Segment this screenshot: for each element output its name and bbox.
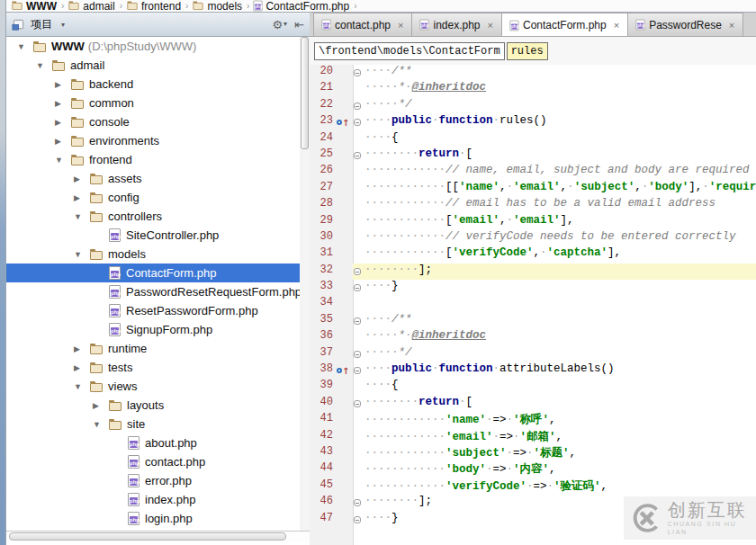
scrollbar-thumb[interactable] <box>301 37 309 149</box>
tree-item-site[interactable]: ▼site <box>6 415 300 433</box>
code-line-31[interactable]: 31············['verifyCode',·'captcha'], <box>310 246 756 263</box>
fold-marker-icon[interactable] <box>354 400 361 407</box>
tree-item-sitecontroller-php[interactable]: phpSiteController.php <box>6 226 300 245</box>
tab-passwordrese[interactable]: phpPasswordRese× <box>627 13 743 36</box>
code-line-44[interactable]: 44············'body'·=>·'内容', <box>310 461 756 478</box>
override-method-icon[interactable]: ↑ <box>337 366 349 376</box>
tree-item-backend[interactable]: ▶backend <box>6 75 300 94</box>
code-line-35[interactable]: 35····/** <box>310 313 756 329</box>
code-line-32[interactable]: 32········]; <box>310 264 756 280</box>
collapse-arrow-icon[interactable]: ▼ <box>55 156 71 165</box>
breadcrumb-item-admail[interactable]: admail <box>68 0 114 13</box>
fold-marker-icon[interactable] <box>354 367 361 374</box>
fold-marker-icon[interactable] <box>354 152 361 159</box>
code-line-34[interactable]: 34 <box>310 296 756 312</box>
code-line-23[interactable]: 23↑····public·function·rules() <box>310 114 756 130</box>
tree-item-views[interactable]: ▼views <box>6 377 300 396</box>
tree-item-console[interactable]: ▶console <box>6 112 300 131</box>
vertical-scrollbar[interactable] <box>300 37 310 531</box>
expand-arrow-icon[interactable]: ▶ <box>74 174 90 183</box>
fold-marker-icon[interactable] <box>354 284 361 291</box>
code-line-22[interactable]: 22·····*/ <box>310 98 756 114</box>
chevron-down-icon[interactable]: ▾ <box>61 21 65 29</box>
fold-marker-icon[interactable] <box>354 69 361 76</box>
tree-item-contact-php[interactable]: phpcontact.php <box>6 452 300 471</box>
tree-item-passwordresetrequestform-php[interactable]: phpPasswordResetRequestForm.php <box>6 282 300 301</box>
code-line-30[interactable]: 30············// verifyCode needs to be … <box>310 230 756 246</box>
code-line-24[interactable]: 24····{ <box>310 131 756 147</box>
breadcrumb-item-models[interactable]: models <box>193 0 242 13</box>
tree-item-contactform-php[interactable]: phpContactForm.php <box>6 264 300 282</box>
fold-marker-icon[interactable] <box>354 317 361 325</box>
expand-arrow-icon[interactable]: ▶ <box>93 401 109 410</box>
code-line-40[interactable]: 40········return·[ <box>310 396 756 412</box>
gear-icon[interactable]: ⚙▾ <box>272 19 287 31</box>
code-line-28[interactable]: 28············// email has to be a valid… <box>310 197 756 213</box>
code-line-38[interactable]: 38↑····public·function·attributeLabels() <box>310 362 756 379</box>
code-line-21[interactable]: 21·····*·@inheritdoc <box>310 81 756 97</box>
tree-item-common[interactable]: ▶common <box>6 94 300 112</box>
collapse-arrow-icon[interactable]: ▼ <box>36 61 52 70</box>
expand-arrow-icon[interactable]: ▶ <box>55 118 71 127</box>
code-line-33[interactable]: 33····} <box>310 280 756 296</box>
tree-item-models[interactable]: ▼models <box>6 245 300 264</box>
close-tab-icon[interactable]: × <box>488 20 493 31</box>
fold-marker-icon[interactable] <box>354 351 361 358</box>
tab-index-php[interactable]: phpindex.php× <box>411 13 501 36</box>
close-tab-icon[interactable]: × <box>729 20 734 31</box>
fold-marker-icon[interactable] <box>354 119 361 126</box>
code-line-43[interactable]: 43············'subject'·=>·'标题', <box>310 445 756 461</box>
tree-item-admail[interactable]: ▼admail <box>6 56 300 75</box>
tree-item-www[interactable]: ▼WWW (D:\phpStudy\WWW) <box>6 37 300 56</box>
code-line-29[interactable]: 29············['email',·'email'], <box>310 214 756 230</box>
tab-contact-php[interactable]: phpcontact.php× <box>313 13 412 36</box>
close-tab-icon[interactable]: × <box>398 20 403 31</box>
tab-contactform-php[interactable]: phpContactForm.php× <box>501 13 628 37</box>
fold-marker-icon[interactable] <box>354 499 361 506</box>
tree-item-layouts[interactable]: ▶layouts <box>6 396 300 415</box>
expand-arrow-icon[interactable]: ▶ <box>55 137 71 146</box>
horizontal-scrollbar[interactable] <box>6 531 310 541</box>
collapse-arrow-icon[interactable]: ▼ <box>93 420 109 429</box>
expand-arrow-icon[interactable]: ▶ <box>74 344 90 353</box>
code-line-25[interactable]: 25········return·[ <box>310 147 756 164</box>
close-tab-icon[interactable]: × <box>614 20 619 31</box>
expand-arrow-icon[interactable]: ▶ <box>74 363 90 372</box>
tree-item-signupform-php[interactable]: phpSignupForm.php <box>6 320 300 339</box>
tree-item-config[interactable]: ▶config <box>6 188 300 207</box>
hide-panel-icon[interactable]: ⇤ <box>294 19 304 31</box>
tree-item-tests[interactable]: ▶tests <box>6 358 300 377</box>
code-line-27[interactable]: 27············[['name',·'email',·'subjec… <box>310 181 756 197</box>
code-line-42[interactable]: 42············'email'·=>·'邮箱', <box>310 429 756 445</box>
tree-item-controllers[interactable]: ▼controllers <box>6 207 300 226</box>
code-line-36[interactable]: 36·····*·@inheritdoc <box>310 329 756 345</box>
tree-item-index-php[interactable]: phpindex.php <box>6 490 300 509</box>
code-line-39[interactable]: 39····{ <box>310 379 756 395</box>
code-line-41[interactable]: 41············'name'·=>·'称呼', <box>310 412 756 428</box>
scrollbar-thumb[interactable] <box>9 532 286 541</box>
fold-marker-icon[interactable] <box>354 516 361 523</box>
code-line-20[interactable]: 20····/** <box>310 65 756 81</box>
collapse-arrow-icon[interactable]: ▼ <box>17 42 33 51</box>
code-line-45[interactable]: 45············'verifyCode'·=>·'验证码', <box>310 478 756 495</box>
collapse-arrow-icon[interactable]: ▼ <box>74 250 90 259</box>
breadcrumb-item-www[interactable]: WWW <box>12 0 57 13</box>
collapse-arrow-icon[interactable]: ▼ <box>74 212 90 221</box>
code-line-26[interactable]: 26············// name, email, subject an… <box>310 164 756 180</box>
tree-item-error-php[interactable]: phperror.php <box>6 471 300 490</box>
breadcrumb-item-frontend[interactable]: frontend <box>127 0 181 13</box>
expand-arrow-icon[interactable]: ▶ <box>55 99 71 108</box>
expand-arrow-icon[interactable]: ▶ <box>55 80 71 89</box>
code-editor[interactable]: 20····/**21·····*·@inheritdoc22·····*/23… <box>310 65 756 545</box>
tree-item-about-php[interactable]: phpabout.php <box>6 433 300 452</box>
tree-item-resetpasswordform-php[interactable]: phpResetPasswordForm.php <box>6 301 300 320</box>
tree-item-login-php[interactable]: phplogin.php <box>6 509 300 528</box>
fold-marker-icon[interactable] <box>354 103 361 110</box>
tree-item-assets[interactable]: ▶assets <box>6 169 300 188</box>
tree-item-runtime[interactable]: ▶runtime <box>6 339 300 358</box>
fold-marker-icon[interactable] <box>354 268 361 275</box>
tree-item-environments[interactable]: ▶environments <box>6 131 300 150</box>
collapse-arrow-icon[interactable]: ▼ <box>74 382 90 391</box>
override-method-icon[interactable]: ↑ <box>337 118 349 128</box>
breadcrumb-item-contactform-php[interactable]: phpContactForm.php <box>254 0 349 13</box>
